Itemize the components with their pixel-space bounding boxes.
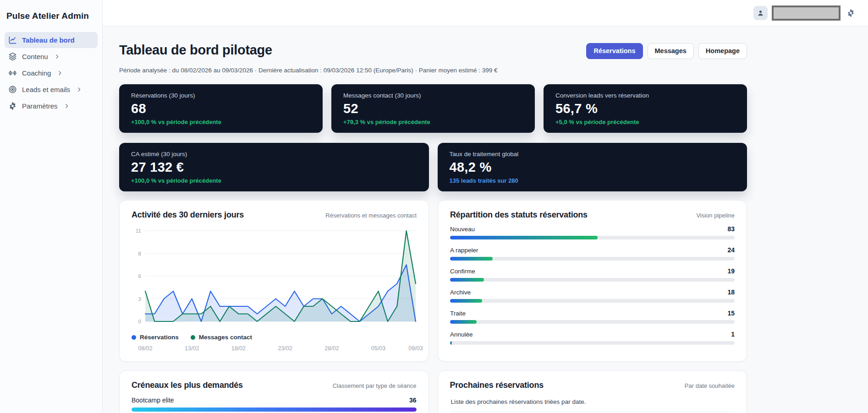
bottom-row: Créneaux les plus demandés Classement pa… <box>119 370 747 413</box>
settings-button[interactable] <box>845 9 855 17</box>
kpi-delta: +79,3 % vs période précédente <box>343 119 523 125</box>
kpi-card-reservations: Réservations (30 jours) 68 +100,0 % vs p… <box>119 84 323 133</box>
layers-icon <box>8 52 17 61</box>
status-rows: Nouveau83A rappeler24Confirme19Archive18… <box>450 225 735 345</box>
status-value: 83 <box>727 225 735 233</box>
status-bar-fill <box>450 341 452 345</box>
svg-text:8: 8 <box>138 251 141 256</box>
upcoming-description: Liste des prochaines réservations triées… <box>451 398 735 405</box>
activity-plot: 036811 <box>132 227 417 328</box>
kpi-value: 56,7 % <box>555 102 735 115</box>
legend-item-reservations[interactable]: Réservations <box>132 334 179 341</box>
slot-row: Bootcamp elite36 <box>132 397 417 412</box>
x-axis-label: 23/02 <box>278 345 292 352</box>
sidebar-item-label: Contenu <box>22 53 48 60</box>
page-title: Tableau de bord pilotage <box>119 42 272 59</box>
kpi-card-conversion: Conversion leads vers réservation 56,7 %… <box>544 84 747 133</box>
sidebar-nav: Tableau de bord Contenu Coaching <box>5 32 98 114</box>
x-axis-label: 08/02 <box>138 345 152 352</box>
slot-bar-fill <box>132 408 417 412</box>
status-bar-fill <box>450 236 598 239</box>
card-title: Activité des 30 derniers jours <box>132 210 244 220</box>
sidebar-item-contenu[interactable]: Contenu <box>5 49 98 65</box>
status-value: 1 <box>731 331 735 338</box>
x-axis-label: 09/03 <box>408 345 423 352</box>
sidebar-item-tableau-de-bord[interactable]: Tableau de bord <box>5 32 98 48</box>
status-value: 24 <box>727 246 735 254</box>
kpi-card-messages: Messages contact (30 jours) 52 +79,3 % v… <box>331 84 535 133</box>
status-row: Traite15 <box>450 310 735 324</box>
status-row: A rappeler24 <box>450 246 735 261</box>
chevron-right-icon <box>64 103 70 109</box>
card-title: Créneaux les plus demandés <box>132 380 243 390</box>
status-row: Confirme19 <box>450 267 735 282</box>
x-axis-label: 28/02 <box>324 345 339 352</box>
reservations-button[interactable]: Réservations <box>586 43 643 59</box>
legend-label: Messages contact <box>199 334 252 341</box>
status-bar-track <box>450 320 735 324</box>
sidebar-item-coaching[interactable]: Coaching <box>5 65 98 81</box>
kpi-label: Conversion leads vers réservation <box>555 92 735 99</box>
kpi-label: Réservations (30 jours) <box>131 92 311 99</box>
legend-dot-green <box>191 335 195 340</box>
kpi-value: 68 <box>131 102 311 115</box>
status-bar-track <box>450 257 735 261</box>
x-axis-labels: 08/0213/0218/0223/0228/0205/0309/03 <box>132 345 417 352</box>
status-label: Archive <box>450 289 471 296</box>
period-meta: Période analysée : du 08/02/2026 au 09/0… <box>119 66 747 74</box>
slot-rows: Bootcamp elite36 <box>132 397 417 412</box>
kpi-label: CA estimé (30 jours) <box>131 151 417 158</box>
status-row: Nouveau83 <box>450 225 735 239</box>
kpi-value: 27 132 € <box>131 161 417 174</box>
homepage-button[interactable]: Homepage <box>698 43 747 59</box>
sidebar-item-leads-et-emails[interactable]: Leads et emails <box>5 82 98 98</box>
kpi-delta: +5,0 % vs période précédente <box>555 119 735 125</box>
kpi-card-ca-estime: CA estimé (30 jours) 27 132 € +100,0 % v… <box>119 143 429 191</box>
status-label: Annulée <box>450 331 473 338</box>
status-bar-fill <box>450 257 493 261</box>
status-bar-fill <box>450 278 484 282</box>
target-icon <box>8 85 17 94</box>
kpi-value: 48,2 % <box>450 161 736 174</box>
slot-value: 36 <box>409 397 417 404</box>
sidebar: Pulse Atelier Admin Tableau de bord Cont… <box>0 0 103 413</box>
user-icon <box>757 9 764 17</box>
topbar <box>103 0 868 26</box>
chart-line-icon <box>8 36 17 44</box>
app-root: Pulse Atelier Admin Tableau de bord Cont… <box>0 0 868 413</box>
slots-card: Créneaux les plus demandés Classement pa… <box>119 370 429 413</box>
x-axis-label: 18/02 <box>231 345 246 352</box>
sidebar-item-parametres[interactable]: Paramètres <box>5 98 98 114</box>
status-bar-fill <box>450 320 477 324</box>
user-avatar-button[interactable] <box>753 6 768 20</box>
status-value: 15 <box>727 310 735 317</box>
status-bar-track <box>450 236 735 239</box>
kpi-label: Taux de traitement global <box>450 151 736 158</box>
status-bar-track <box>450 299 735 303</box>
status-bar-track <box>450 278 735 282</box>
legend-item-messages-contact[interactable]: Messages contact <box>191 334 252 341</box>
card-title: Prochaines réservations <box>450 380 544 390</box>
chevron-right-icon <box>57 70 63 76</box>
svg-text:11: 11 <box>136 228 141 234</box>
status-value: 18 <box>727 288 735 296</box>
messages-button[interactable]: Messages <box>648 43 694 59</box>
status-label: Traite <box>450 310 466 317</box>
kpi-value: 52 <box>343 102 523 115</box>
status-label: A rappeler <box>450 247 478 254</box>
gear-icon <box>846 9 855 17</box>
sidebar-item-label: Coaching <box>22 69 51 77</box>
redacted-account-info <box>772 5 841 21</box>
chart-legend: Réservations Messages contact <box>132 334 417 341</box>
svg-text:0: 0 <box>138 319 141 324</box>
kpi-delta: +100,0 % vs période précédente <box>131 119 311 125</box>
dumbbell-icon <box>8 69 17 77</box>
page-actions: Réservations Messages Homepage <box>586 43 747 59</box>
slot-bar-track <box>132 408 417 412</box>
gear-icon <box>8 102 17 110</box>
status-label: Nouveau <box>450 226 475 233</box>
charts-row: Activité des 30 derniers jours Réservati… <box>119 200 747 362</box>
card-subtitle: Par date souhaitée <box>685 382 735 389</box>
status-label: Confirme <box>450 268 475 275</box>
card-subtitle: Classement par type de séance <box>333 382 417 389</box>
